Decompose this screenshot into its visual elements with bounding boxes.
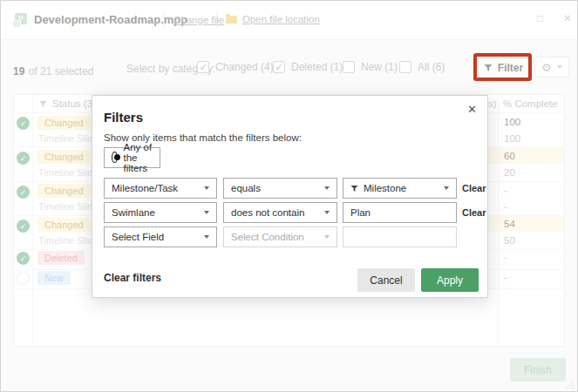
clear-row-1-link[interactable]: Clear [462,183,486,193]
apply-button[interactable]: Apply [421,268,479,292]
value-select-content: Milestone [350,183,406,193]
value-input-2[interactable] [343,202,457,223]
dialog-close-icon[interactable]: ✕ [467,103,477,116]
caret-down-icon [324,235,330,239]
field-select-1[interactable]: Milestone/Task [104,178,217,199]
value-select-1[interactable]: Milestone [343,178,457,199]
field-select-value: Milestone/Task [112,183,178,193]
filter-logic-radio-group: All filters Any of the filters [104,152,159,163]
cancel-button[interactable]: Cancel [357,268,415,292]
filter-icon [350,185,358,193]
condition-select-value: equals [231,183,261,193]
radio-icon [112,152,118,163]
field-select-2[interactable]: Swimlane [104,202,217,223]
condition-select-1[interactable]: equals [223,178,337,199]
radio-any-of-the-filters[interactable]: Any of the filters [104,147,160,168]
field-select-3[interactable]: Select Field [104,226,217,247]
caret-down-icon [204,235,209,239]
condition-select-placeholder: Select Condition [231,232,304,242]
field-select-value: Select Field [112,232,164,242]
condition-select-3: Select Condition [223,226,337,247]
value-select-value: Milestone [364,183,406,193]
condition-select-2[interactable]: does not contain [223,202,337,223]
condition-select-value: does not contain [231,207,304,218]
caret-down-icon [204,211,209,214]
caret-down-icon [324,211,330,214]
app-window: P Development-Roadmap.mpp Change file Op… [0,0,578,392]
caret-down-icon [324,186,330,190]
clear-row-2-link[interactable]: Clear [462,207,486,218]
clear-filters-link[interactable]: Clear filters [104,272,161,284]
caret-down-icon [204,186,209,190]
radio-label: Any of the filters [124,142,153,173]
filters-dialog: ✕ Filters Show only items that match the… [92,95,488,298]
value-input-3[interactable] [343,226,457,247]
caret-down-icon [444,186,449,190]
field-select-value: Swimlane [112,207,155,218]
dialog-title: Filters [104,110,143,125]
